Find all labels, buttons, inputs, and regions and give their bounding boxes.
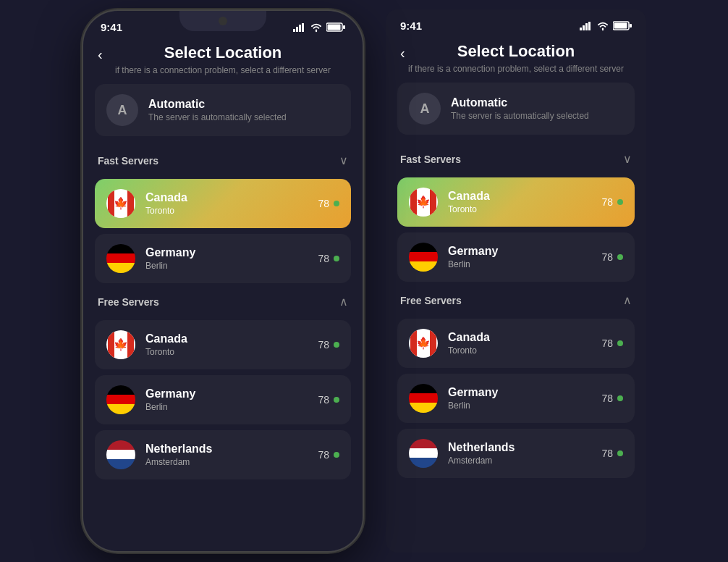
free-canada-flag: 🍁 [106, 330, 135, 359]
svg-rect-19 [583, 25, 585, 30]
free-canada-score: 78 [318, 339, 329, 351]
flat-fast-server-germany[interactable]: Germany Berlin 78 [397, 232, 635, 282]
signal-icon [293, 23, 306, 32]
svg-rect-20 [585, 23, 588, 30]
svg-rect-1 [296, 27, 298, 32]
flat-back-button[interactable]: ‹ [397, 42, 408, 64]
flat-free-germany-flag [409, 384, 438, 413]
flat-fast-server-canada[interactable]: 🍁 Canada Toronto 78 [397, 177, 635, 227]
flat-germany-score: 78 [601, 251, 613, 263]
flat-free-servers-chevron[interactable]: ∧ [623, 293, 632, 307]
free-germany-name: Germany [145, 387, 308, 400]
flat-free-canada-city: Toronto [448, 345, 591, 356]
flat-free-germany-status-dot [617, 395, 623, 401]
svg-rect-23 [630, 24, 632, 28]
auto-name: Automatic [148, 98, 287, 111]
free-server-netherlands[interactable]: Netherlands Amsterdam 78 [95, 430, 351, 479]
back-button[interactable]: ‹ [95, 43, 106, 66]
flat-free-germany-info: Germany Berlin [448, 386, 591, 411]
canada-info: Canada Toronto [145, 191, 308, 216]
flat-header-subtitle: if there is a connection problem, select… [408, 64, 624, 74]
free-netherlands-city: Amsterdam [145, 457, 308, 467]
flat-free-germany-score: 78 [601, 393, 613, 404]
auto-desc: The server is automatically selected [148, 112, 287, 122]
free-germany-stats: 78 [318, 394, 339, 406]
automatic-card[interactable]: A Automatic The server is automatically … [95, 84, 351, 136]
flat-header: ‹ Select Location if there is a connecti… [397, 36, 635, 83]
free-germany-info: Germany Berlin [145, 387, 308, 412]
flat-canada-name: Canada [448, 190, 591, 203]
flat-fast-servers-chevron[interactable]: ∨ [623, 152, 632, 166]
free-netherlands-status-dot [334, 452, 339, 458]
canada-score: 78 [318, 198, 329, 209]
canada-city: Toronto [145, 206, 308, 216]
germany-name: Germany [145, 246, 308, 259]
flat-germany-stats: 78 [601, 251, 623, 263]
svg-text:🍁: 🍁 [416, 336, 431, 350]
page-title: Select Location [164, 43, 282, 62]
flat-free-netherlands-city: Amsterdam [448, 456, 591, 466]
svg-rect-27 [430, 189, 436, 215]
flat-auto-avatar: A [409, 93, 441, 125]
flat-free-server-netherlands[interactable]: Netherlands Amsterdam 78 [397, 429, 635, 478]
flat-auto-desc: The server is automatically selected [451, 111, 589, 121]
free-servers-chevron[interactable]: ∧ [339, 295, 348, 309]
free-server-germany[interactable]: Germany Berlin 78 [95, 375, 351, 424]
flat-free-canada-name: Canada [448, 331, 591, 344]
flat-germany-status-dot [617, 254, 623, 260]
svg-rect-18 [580, 28, 582, 30]
flat-free-germany-stats: 78 [601, 393, 623, 404]
free-germany-city: Berlin [145, 402, 308, 412]
germany-stats: 78 [318, 253, 339, 264]
flat-screen: 9:41 ‹ Select Location [386, 9, 646, 553]
flat-free-canada-status-dot [617, 340, 623, 346]
flat-free-netherlands-name: Netherlands [448, 441, 591, 454]
flat-free-server-germany[interactable]: Germany Berlin 78 [397, 374, 635, 423]
flat-free-servers-header: Free Servers ∧ [397, 288, 635, 313]
fast-servers-chevron[interactable]: ∨ [339, 154, 348, 167]
free-netherlands-name: Netherlands [145, 443, 308, 456]
svg-rect-31 [430, 330, 436, 356]
svg-text:🍁: 🍁 [416, 195, 431, 209]
free-netherlands-info: Netherlands Amsterdam [145, 443, 308, 467]
flat-free-canada-info: Canada Toronto [448, 331, 591, 356]
free-canada-city: Toronto [145, 347, 308, 357]
battery-icon [326, 22, 345, 32]
flat-signal-icon [580, 22, 593, 30]
free-netherlands-score: 78 [318, 449, 329, 461]
canada-stats: 78 [318, 198, 339, 209]
svg-text:🍁: 🍁 [114, 196, 128, 210]
app-content: ‹ Select Location if there is a connecti… [83, 38, 363, 551]
fast-server-canada[interactable]: 🍁 Canada Toronto 78 [95, 179, 351, 228]
flat-free-server-canada[interactable]: 🍁 Canada Toronto 78 [397, 319, 635, 368]
flat-free-netherlands-score: 78 [601, 448, 613, 459]
svg-rect-21 [588, 22, 591, 30]
flat-status-time: 9:41 [400, 20, 422, 32]
auto-avatar: A [106, 94, 138, 126]
canada-status-dot [334, 201, 339, 206]
phone-notch [179, 11, 266, 31]
flat-free-netherlands-stats: 78 [601, 448, 623, 459]
svg-rect-6 [328, 25, 341, 30]
flat-free-servers-title: Free Servers [400, 295, 462, 306]
free-netherlands-stats: 78 [318, 449, 339, 461]
flat-germany-name: Germany [448, 245, 591, 258]
flat-free-netherlands-flag [409, 439, 438, 468]
flat-fast-servers-header: Fast Servers ∨ [397, 146, 635, 172]
phone-screen: 9:41 [83, 11, 363, 551]
free-server-canada[interactable]: 🍁 Canada Toronto 78 [95, 320, 351, 369]
germany-score: 78 [318, 253, 329, 264]
flat-automatic-card[interactable]: A Automatic The server is automatically … [397, 83, 635, 135]
flat-canada-status-dot [617, 199, 623, 205]
flat-page-title: Select Location [457, 42, 575, 61]
flat-germany-flag [409, 243, 438, 272]
free-canada-stats: 78 [318, 339, 339, 351]
free-servers-title: Free Servers [98, 296, 159, 308]
flat-auto-text: Automatic The server is automatically se… [451, 96, 589, 121]
canada-name: Canada [145, 191, 308, 204]
flat-canada-info: Canada Toronto [448, 190, 591, 214]
free-canada-info: Canada Toronto [145, 332, 308, 357]
flat-free-germany-name: Germany [448, 386, 591, 399]
flat-fast-servers-title: Fast Servers [400, 154, 461, 165]
fast-server-germany[interactable]: Germany Berlin 78 [95, 234, 351, 283]
